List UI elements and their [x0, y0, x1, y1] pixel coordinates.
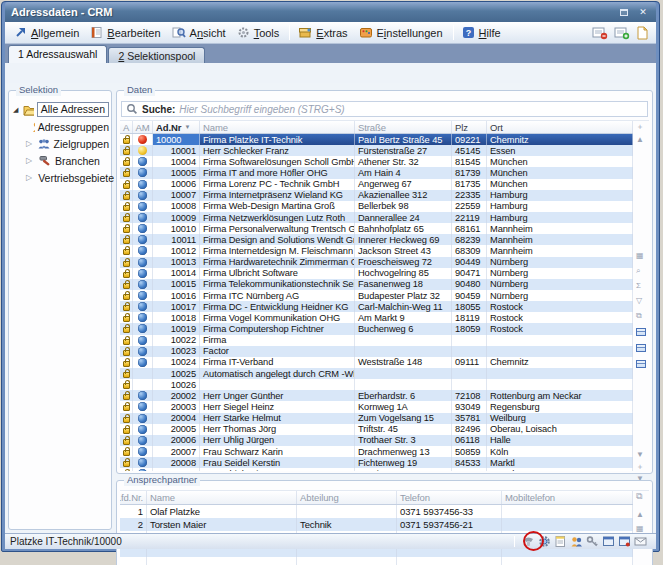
- menu-hilfe[interactable]: ? Hilfe: [458, 24, 507, 41]
- column-header-contact-name[interactable]: Name: [147, 491, 297, 504]
- close-icon[interactable]: ✕: [636, 6, 650, 19]
- scroll-up-icon[interactable]: ▲: [636, 511, 644, 519]
- address-row[interactable]: 10017Firma DC - Entwicklung Heidner KGCa…: [120, 301, 633, 312]
- tree-item-branchen[interactable]: ▷ Branchen: [13, 152, 109, 169]
- column-header-adnr[interactable]: Ad.Nr ▼: [153, 121, 200, 133]
- address-row[interactable]: 10014Firma Ulbricht SoftwareHochvogelrin…: [120, 268, 633, 279]
- address-row[interactable]: 10005Firma IT and more Höfler OHGAm Hain…: [120, 167, 633, 178]
- notes-icon[interactable]: [554, 535, 567, 548]
- address-row[interactable]: 10023Factor: [120, 346, 633, 357]
- column-header-name[interactable]: Name: [200, 121, 355, 133]
- tree-collapsed-icon[interactable]: ▷: [26, 139, 34, 148]
- sort-desc-icon[interactable]: ▼: [184, 124, 190, 130]
- address-row[interactable]: 10004Firma Softwarelösungen Scholl GmbHA…: [120, 156, 633, 167]
- filter-icon[interactable]: ▽: [636, 297, 642, 305]
- sum-icon[interactable]: Σ: [636, 282, 641, 290]
- address-row[interactable]: 10012Firma Internetdesign M. Fleischmann…: [120, 245, 633, 256]
- mail-icon[interactable]: [634, 535, 647, 548]
- column-header-strasse[interactable]: Straße: [355, 121, 452, 133]
- tree-collapsed-icon[interactable]: ▷: [26, 173, 32, 182]
- copy-icon[interactable]: ⧉: [636, 312, 642, 320]
- scroll-up-icon[interactable]: ▲: [636, 136, 644, 144]
- sync-gear-icon[interactable]: [538, 535, 551, 548]
- address-row[interactable]: 10026: [120, 379, 633, 390]
- remove-record-icon[interactable]: [592, 26, 608, 40]
- column-header-am[interactable]: AM: [133, 121, 153, 133]
- contact-row[interactable]: 2Torsten MaierTechnik0371 5937456-21: [120, 518, 633, 531]
- contact-table-header[interactable]: Lfd.Nr. Name Abteilung Telefon Mobiltele…: [120, 491, 633, 505]
- address-row[interactable]: 20004Herr Starke HelmutZum Vogelsang 153…: [120, 413, 633, 424]
- column-header-plz[interactable]: Plz: [452, 121, 487, 133]
- tree-item-zielgruppen[interactable]: ▷ Zielgruppen: [13, 135, 109, 152]
- column-header-ort[interactable]: Ort: [487, 121, 633, 133]
- window-icon[interactable]: [602, 535, 615, 548]
- address-row[interactable]: 10022Firma: [120, 335, 633, 346]
- address-name: Firma Lorenz PC - Technik GmbH: [200, 179, 355, 190]
- contact-row[interactable]: 1Olaf Platzke0371 5937456-33: [120, 505, 633, 518]
- menu-tools[interactable]: Tools: [233, 24, 286, 41]
- grid-view-icon[interactable]: [636, 328, 646, 336]
- tree-item-vertriebsgebiete[interactable]: ▷ Vertriebsgebiete: [13, 169, 109, 186]
- add-row-icon[interactable]: ＋: [636, 463, 644, 471]
- address-row[interactable]: 20006Herr Uhlig JürgenTrothaer Str. 3061…: [120, 435, 633, 446]
- address-row[interactable]: 20009Frau Thiele LisaKyreinstr. 1381371M…: [120, 468, 633, 471]
- phone-icon[interactable]: [522, 535, 535, 548]
- tab-adressauswahl[interactable]: 1 Adressauswahl: [8, 45, 107, 63]
- grid-layout-icon[interactable]: ▦: [636, 525, 644, 533]
- search-bar[interactable]: Suche:: [121, 101, 648, 117]
- restore-icon[interactable]: [617, 6, 631, 19]
- menu-allgemein[interactable]: Allgemein: [10, 24, 85, 41]
- column-header-telefon[interactable]: Telefon: [397, 491, 502, 504]
- address-row[interactable]: 10015Firma Telekommunikationstechnik Sei…: [120, 279, 633, 290]
- copy-icon[interactable]: ⧉: [636, 492, 642, 500]
- address-row[interactable]: 10016Firma ITC Nürnberg AGBudapester Pla…: [120, 290, 633, 301]
- add-record-icon[interactable]: [614, 26, 630, 40]
- add-row-icon[interactable]: ＋: [636, 123, 644, 131]
- address-row[interactable]: 10010Firma Personalverwaltung Trentsch G…: [120, 223, 633, 234]
- address-row[interactable]: 10000Firma Platzke IT-TechnikPaul Bertz …: [120, 134, 633, 145]
- scroll-down-icon[interactable]: ▼: [636, 451, 644, 459]
- column-header-mobiltelefon[interactable]: Mobiltelefon: [502, 491, 633, 504]
- address-row[interactable]: 20003Herr Siegel HeinzKornweg 1A93049Reg…: [120, 401, 633, 412]
- contacts-icon[interactable]: [570, 535, 583, 548]
- search-input[interactable]: [179, 104, 643, 115]
- address-row[interactable]: 10011Firma Design and Solutions Wendt Gm…: [120, 234, 633, 245]
- address-row[interactable]: 10025Automatisch angelegt durch CRM -Wie…: [120, 368, 633, 379]
- address-row[interactable]: 20002Herr Unger GüntherEberhardstr. 6721…: [120, 390, 633, 401]
- key-icon[interactable]: [586, 535, 599, 548]
- title-bar[interactable]: Adressdaten - CRM ✕: [5, 2, 656, 22]
- tree-root-alle-adressen[interactable]: ◢ Alle Adressen: [13, 101, 109, 118]
- address-row[interactable]: 10006Firma Lorenz PC - Technik GmbHAnger…: [120, 179, 633, 190]
- address-table-header[interactable]: A AM Ad.Nr ▼ Name Straße Plz Ort: [120, 121, 633, 134]
- address-row[interactable]: 10001Herr Schlecker FranzFürstenstraße 2…: [120, 145, 633, 156]
- session-window-icon[interactable]: [618, 535, 631, 548]
- grid-view-icon[interactable]: [636, 344, 646, 352]
- address-row[interactable]: 10018Firma Vogel Kommunikation OHGAm Mar…: [120, 312, 633, 323]
- tree-root-label[interactable]: Alle Adressen: [37, 102, 109, 117]
- address-row[interactable]: 20007Frau Schwarz KarinDrachmenweg 13508…: [120, 446, 633, 457]
- column-header-lfdnr[interactable]: Lfd.Nr.: [120, 491, 147, 504]
- tree-collapsed-icon[interactable]: ▷: [26, 156, 35, 165]
- contact-row[interactable]: [120, 557, 633, 565]
- address-row[interactable]: 10008Firma Web-Design Martina GroßBeller…: [120, 201, 633, 212]
- column-header-a[interactable]: A: [120, 121, 133, 133]
- menu-bearbeiten[interactable]: Bearbeiten: [86, 24, 166, 41]
- address-row[interactable]: 10013Firma Hardwaretechnik Zimmerman OHG…: [120, 257, 633, 268]
- menu-extras[interactable]: Extras: [294, 24, 353, 41]
- grid-view-icon[interactable]: [636, 360, 646, 368]
- address-row[interactable]: 10007Firma Internetpräsenz Wieland KGAka…: [120, 190, 633, 201]
- new-document-icon[interactable]: [636, 26, 649, 40]
- tab-selektionspool[interactable]: 2 Selektionspool: [108, 47, 205, 63]
- find-icon[interactable]: ⌕: [636, 267, 640, 275]
- address-row[interactable]: 10019Firma Computershop FichtnerBuchenwe…: [120, 323, 633, 334]
- tree-expanded-icon[interactable]: ◢: [13, 106, 20, 114]
- menu-einstellungen[interactable]: Einstellungen: [355, 24, 449, 41]
- grid-layout-icon[interactable]: ▦: [636, 252, 644, 260]
- address-row[interactable]: 20008Frau Seidel KerstinFichtenweg 19845…: [120, 457, 633, 468]
- menu-ansicht[interactable]: Ansicht: [168, 24, 232, 41]
- address-row[interactable]: 10009Firma Netzwerklösungen Lutz RothDan…: [120, 212, 633, 223]
- column-header-abteilung[interactable]: Abteilung: [297, 491, 397, 504]
- address-row[interactable]: 20005Herr Thomas JörgTriftstr. 4582496Ob…: [120, 424, 633, 435]
- tree-item-adressgruppen[interactable]: Adressgruppen: [13, 118, 109, 135]
- address-row[interactable]: 10024Firma IT-VerbandWeststraße 14809111…: [120, 357, 633, 368]
